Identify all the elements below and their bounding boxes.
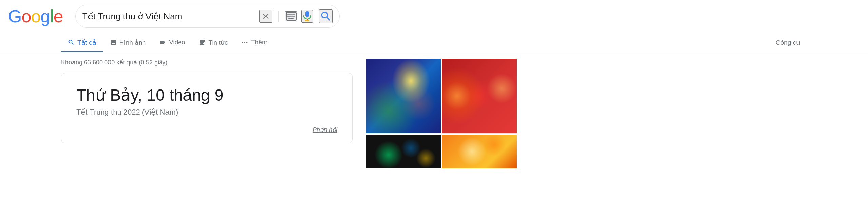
- featured-subtitle: Tết Trung thu 2022 (Việt Nam): [76, 108, 337, 117]
- search-tab-icon: [68, 39, 75, 46]
- tab-tin-tuc-label: Tin tức: [208, 39, 228, 46]
- svg-rect-2: [289, 14, 291, 15]
- keyboard-button[interactable]: [285, 11, 297, 21]
- tab-hinh-anh-label: Hình ảnh: [119, 39, 146, 46]
- logo-e: e: [54, 6, 63, 26]
- results-area: Khoảng 66.600.000 kết quả (0,52 giây) Th…: [0, 59, 868, 168]
- tab-them-label: Thêm: [251, 39, 268, 46]
- svg-rect-10: [305, 11, 309, 17]
- svg-rect-4: [293, 14, 295, 15]
- tools-label: Công cụ: [776, 39, 800, 46]
- tools-button[interactable]: Công cụ: [769, 33, 807, 51]
- tab-hinh-anh[interactable]: Hình ảnh: [103, 33, 153, 52]
- results-right: [366, 59, 807, 168]
- search-divider: [278, 11, 279, 22]
- logo-l: l: [50, 6, 54, 26]
- top-bar: Google: [0, 0, 868, 33]
- logo-g2: g: [40, 6, 50, 26]
- image-cell-4[interactable]: [442, 135, 517, 168]
- tab-them[interactable]: Thêm: [235, 33, 274, 52]
- logo-o1: o: [21, 6, 31, 26]
- svg-point-15: [246, 42, 247, 43]
- feedback-link[interactable]: Phản hồi: [76, 126, 337, 134]
- dots-tab-icon: [241, 39, 248, 46]
- tab-tat-ca[interactable]: Tất cả: [61, 33, 103, 52]
- google-logo: Google: [8, 6, 63, 26]
- results-count: Khoảng 66.600.000 kết quả (0,52 giây): [61, 59, 353, 66]
- images-grid: [366, 59, 807, 168]
- image-cell-3[interactable]: [366, 135, 441, 168]
- tab-tat-ca-label: Tất cả: [77, 39, 96, 46]
- close-icon: [261, 12, 270, 21]
- image-tab-icon: [110, 39, 117, 46]
- featured-date: Thứ Bảy, 10 tháng 9: [76, 85, 337, 104]
- svg-point-13: [242, 42, 243, 43]
- tab-tin-tuc[interactable]: Tin tức: [192, 33, 235, 52]
- svg-rect-9: [288, 18, 294, 19]
- nav-tabs: Tất cả Hình ảnh Video Tin tức Thêm Công …: [0, 33, 868, 52]
- svg-rect-8: [293, 16, 295, 17]
- search-icon: [320, 10, 332, 22]
- search-submit-button[interactable]: [319, 9, 333, 23]
- svg-rect-7: [291, 16, 293, 17]
- tab-video-label: Video: [169, 39, 185, 46]
- image-cell-2[interactable]: [442, 59, 517, 133]
- svg-rect-3: [291, 14, 293, 15]
- image-cell-1[interactable]: [366, 59, 441, 133]
- svg-point-14: [244, 42, 245, 43]
- tab-video[interactable]: Video: [153, 33, 192, 52]
- featured-card: Thứ Bảy, 10 tháng 9 Tết Trung thu 2022 (…: [61, 73, 353, 143]
- news-tab-icon: [199, 39, 205, 46]
- voice-search-button[interactable]: [301, 10, 313, 23]
- svg-rect-6: [289, 16, 291, 17]
- clear-search-button[interactable]: [259, 10, 272, 23]
- search-input[interactable]: [82, 11, 256, 22]
- microphone-icon: [302, 11, 312, 22]
- search-box: [75, 5, 340, 28]
- logo-g: G: [8, 6, 21, 26]
- video-tab-icon: [159, 39, 166, 46]
- svg-rect-5: [287, 16, 289, 17]
- logo-o2: o: [31, 6, 40, 26]
- keyboard-icon: [286, 12, 297, 21]
- results-left: Khoảng 66.600.000 kết quả (0,52 giây) Th…: [61, 59, 353, 168]
- svg-rect-1: [287, 14, 289, 15]
